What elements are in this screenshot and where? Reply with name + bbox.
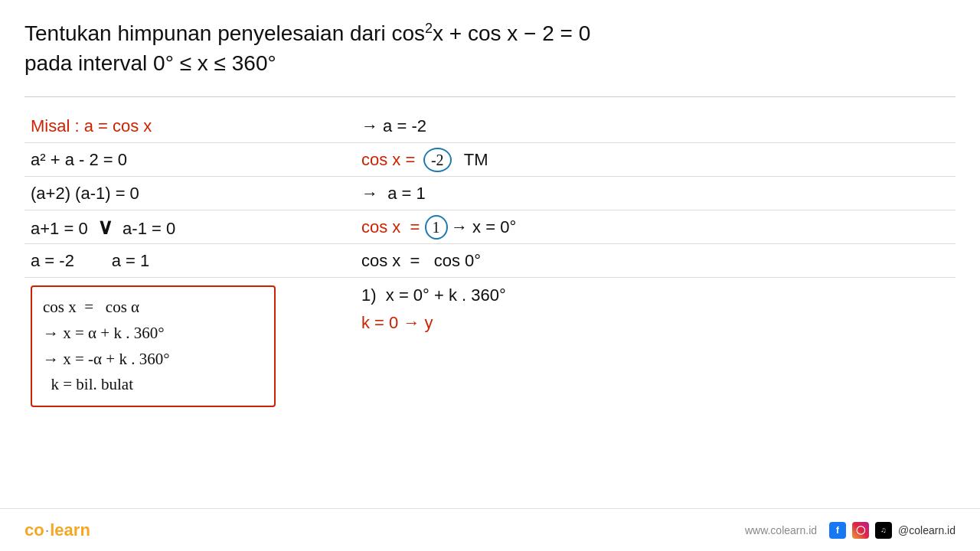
- solution-line-4: a+1 = 0 ∨ a-1 = 0 cos x = 1 → x = 0°: [24, 210, 956, 244]
- circled-minus2: -2: [423, 148, 452, 172]
- cos-x-cos0: cos x = cos 0°: [361, 251, 481, 270]
- box-line4: k = bil. bulat: [43, 372, 263, 398]
- logo-learn: learn: [50, 520, 90, 540]
- box-line2: → x = α + k . 360°: [43, 321, 263, 347]
- logo-co: co: [24, 520, 44, 540]
- solution-step1: 1) x = 0° + k . 360°: [361, 285, 956, 305]
- misal-text: Misal : a = cos x: [31, 116, 152, 135]
- social-handle: @colearn.id: [898, 524, 956, 536]
- line1-right-text: → a = -2: [361, 116, 426, 135]
- arrow-x0: → x = 0°: [451, 217, 516, 236]
- instagram-icon: ◯: [852, 522, 869, 539]
- tm-text: TM: [455, 150, 488, 169]
- solution-line-1: Misal : a = cos x → a = -2: [24, 109, 956, 143]
- title-line1: Tentukan himpunan penyelesaian dari cos2…: [24, 18, 956, 48]
- solution-area: Misal : a = cos x → a = -2 a² + a - 2 = …: [24, 103, 956, 416]
- factored-eq: (a+2) (a-1) = 0: [31, 184, 139, 203]
- line3-left: (a+2) (a-1) = 0: [24, 184, 315, 204]
- footer-social: f ◯ ♫ @colearn.id: [829, 522, 956, 539]
- line1-left: Misal : a = cos x: [24, 116, 315, 136]
- line4-left: a+1 = 0 ∨ a-1 = 0: [24, 214, 315, 240]
- line5-left: a = -2 a = 1: [24, 251, 315, 271]
- a-equals-1: → a = 1: [361, 184, 426, 203]
- line3-right: → a = 1: [315, 184, 956, 204]
- split-eq: a+1 = 0 ∨ a-1 = 0: [31, 219, 175, 238]
- cos-x-eq2: cos x =: [361, 217, 425, 236]
- divider-top: [24, 96, 956, 97]
- footer: co · learn www.colearn.id f ◯ ♫ @colearn…: [0, 508, 980, 551]
- cos-x-eq: cos x =: [361, 150, 420, 169]
- question-title: Tentukan himpunan penyelesaian dari cos2…: [24, 18, 956, 78]
- line5-right: cos x = cos 0°: [315, 251, 956, 271]
- circled-1: 1: [425, 215, 448, 240]
- footer-logo: co · learn: [24, 520, 90, 540]
- red-formula-box: cos x = cos α → x = α + k . 360° → x = -…: [31, 285, 276, 406]
- box-line3: → x = -α + k . 360°: [43, 347, 263, 373]
- red-box-col: cos x = cos α → x = α + k . 360° → x = -…: [24, 285, 315, 406]
- title-line2: pada interval 0° ≤ x ≤ 360°: [24, 48, 956, 78]
- solution-line-2: a² + a - 2 = 0 cos x = -2 TM: [24, 143, 956, 177]
- footer-right: www.colearn.id f ◯ ♫ @colearn.id: [745, 522, 956, 539]
- line4-right: cos x = 1 → x = 0°: [315, 215, 956, 240]
- solution-line-6: cos x = cos α → x = α + k . 360° → x = -…: [24, 278, 956, 409]
- equation-1: a² + a - 2 = 0: [31, 150, 127, 169]
- right-solution-col: 1) x = 0° + k . 360° k = 0 → y: [315, 285, 956, 333]
- logo-dot: ·: [45, 521, 50, 539]
- footer-url: www.colearn.id: [745, 524, 817, 536]
- solution-line-3: (a+2) (a-1) = 0 → a = 1: [24, 177, 956, 210]
- line1-right: → a = -2: [315, 116, 956, 136]
- facebook-icon: f: [829, 522, 846, 539]
- line2-left: a² + a - 2 = 0: [24, 150, 315, 170]
- solution-line-5: a = -2 a = 1 cos x = cos 0°: [24, 244, 956, 278]
- a-values: a = -2 a = 1: [31, 251, 149, 270]
- solution-step2: k = 0 → y: [361, 313, 956, 333]
- line2-right: cos x = -2 TM: [315, 148, 956, 172]
- box-line1: cos x = cos α: [43, 295, 263, 321]
- tiktok-icon: ♫: [875, 522, 892, 539]
- main-content: Tentukan himpunan penyelesaian dari cos2…: [0, 0, 980, 416]
